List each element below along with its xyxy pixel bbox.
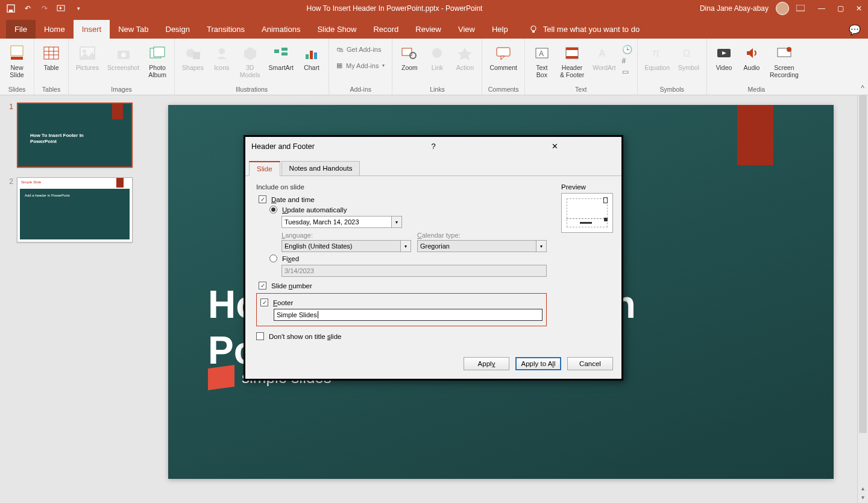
svg-rect-1	[9, 10, 13, 12]
date-format-combo[interactable]: Tuesday, March 14, 2023 ▾	[281, 216, 402, 228]
footer-checkbox[interactable]: ✓	[260, 299, 268, 306]
header-footer-icon	[562, 43, 582, 63]
cancel-button[interactable]: Cancel	[567, 357, 613, 370]
prev-slide-icon[interactable]: ▴	[861, 485, 864, 492]
save-icon[interactable]	[6, 4, 16, 13]
slide-thumbnail-1[interactable]: How To Insert Footer InPowerPoint	[17, 103, 133, 168]
svg-point-14	[83, 49, 86, 53]
text-box-button[interactable]: AText Box	[529, 42, 555, 80]
maximize-icon[interactable]: ▢	[837, 4, 844, 13]
equation-button[interactable]: πEquation	[641, 42, 673, 73]
dialog-titlebar[interactable]: Header and Footer ? ✕	[245, 137, 621, 156]
language-combo[interactable]: English (United States)▾	[281, 240, 411, 252]
dialog-tab-notes[interactable]: Notes and Handouts	[281, 161, 360, 176]
tab-file[interactable]: File	[6, 20, 36, 39]
bookmark-icon	[116, 178, 124, 188]
tab-review[interactable]: Review	[407, 20, 450, 39]
wordart-button[interactable]: AWordArt	[589, 42, 619, 73]
svg-rect-7	[11, 57, 23, 60]
date-time-checkbox[interactable]: ✓	[259, 195, 266, 203]
action-button[interactable]: Action	[451, 42, 478, 73]
zoom-icon	[400, 43, 419, 63]
share-icon[interactable]: 💬	[849, 24, 861, 36]
fixed-radio[interactable]	[269, 255, 277, 262]
shapes-button[interactable]: Shapes	[178, 42, 207, 73]
symbol-button[interactable]: ΩSymbol	[675, 42, 703, 73]
bookmark-icon	[112, 104, 123, 119]
svg-rect-36	[566, 56, 578, 59]
icons-button[interactable]: Icons	[209, 42, 235, 73]
tab-design[interactable]: Design	[157, 20, 198, 39]
equation-icon: π	[647, 43, 667, 63]
date-time-small-icon[interactable]: 🕒	[622, 45, 632, 54]
update-auto-radio[interactable]	[269, 206, 277, 214]
apply-to-all-button[interactable]: Apply to All	[515, 357, 561, 370]
header-footer-button[interactable]: Header & Footer	[556, 42, 588, 80]
svg-rect-20	[193, 52, 200, 59]
dont-show-title-checkbox[interactable]	[256, 332, 264, 340]
table-button[interactable]: Table	[38, 42, 64, 73]
undo-icon[interactable]: ↶	[23, 4, 33, 13]
video-button[interactable]: Video	[711, 42, 737, 73]
smartart-icon	[271, 43, 291, 63]
help-icon[interactable]: ?	[373, 142, 494, 151]
text-box-icon: A	[532, 43, 552, 63]
group-label-comments: Comments	[485, 84, 522, 95]
dialog-tab-slide[interactable]: Slide	[249, 161, 280, 176]
tab-slide-show[interactable]: Slide Show	[309, 20, 365, 39]
screen-recording-button[interactable]: Screen Recording	[766, 42, 802, 80]
tab-insert[interactable]: Insert	[74, 20, 110, 39]
smartart-button[interactable]: SmartArt	[265, 42, 297, 73]
close-icon[interactable]: ✕	[856, 4, 862, 13]
zoom-button[interactable]: Zoom	[396, 42, 423, 73]
tab-home[interactable]: Home	[36, 20, 74, 39]
new-slide-button[interactable]: New Slide	[4, 42, 30, 80]
footer-text-input[interactable]: Simple Slides	[274, 309, 542, 321]
tab-help[interactable]: Help	[483, 20, 517, 39]
svg-rect-25	[306, 54, 309, 59]
scrollbar-thumb[interactable]	[859, 95, 867, 433]
object-small-icon[interactable]: ▭	[622, 68, 632, 76]
avatar[interactable]	[776, 2, 789, 15]
screenshot-button[interactable]: Screenshot	[104, 42, 143, 73]
audio-button[interactable]: Audio	[738, 42, 765, 73]
tell-me-search[interactable]: Tell me what you want to do	[523, 19, 646, 39]
store-icon: 🛍	[336, 46, 343, 53]
slide-thumbnail-panel[interactable]: 1 How To Insert Footer InPowerPoint 2 Si…	[0, 95, 145, 503]
comment-button[interactable]: Comment	[486, 42, 521, 73]
slide-number-small-icon[interactable]: #	[622, 57, 632, 65]
tab-transitions[interactable]: Transitions	[198, 20, 253, 39]
qat-more-icon[interactable]: ▾	[74, 4, 83, 13]
next-slide-icon[interactable]: ▾	[861, 494, 864, 501]
tab-animations[interactable]: Animations	[253, 20, 309, 39]
svg-text:π: π	[652, 47, 659, 59]
start-from-beginning-icon[interactable]	[57, 4, 66, 13]
tab-new-tab[interactable]: New Tab	[110, 20, 157, 39]
redo-icon[interactable]: ↷	[40, 4, 49, 13]
calendar-combo[interactable]: Gregorian▾	[417, 240, 547, 252]
slide-thumbnail-2[interactable]: Simple Slide Add a header in PowerPoint	[17, 177, 133, 242]
link-button[interactable]: Link	[424, 42, 450, 73]
screen-recording-icon	[775, 43, 794, 63]
svg-rect-35	[566, 48, 578, 50]
close-icon[interactable]: ✕	[494, 142, 615, 151]
collapse-ribbon-icon[interactable]: ^	[861, 84, 864, 92]
photo-album-button[interactable]: Photo Album	[144, 42, 171, 80]
tab-view[interactable]: View	[450, 20, 483, 39]
my-addins-button[interactable]: ▦My Add-ins ▾	[334, 60, 387, 71]
pictures-button[interactable]: Pictures	[72, 42, 102, 73]
chart-button[interactable]: Chart	[298, 42, 325, 73]
slide-number-checkbox[interactable]: ✓	[259, 282, 266, 289]
apply-button[interactable]: Apply	[464, 357, 509, 370]
include-on-slide-label: Include on slide	[256, 183, 547, 191]
tab-record[interactable]: Record	[365, 20, 407, 39]
3d-models-button[interactable]: 3D Models	[236, 42, 264, 80]
minimize-icon[interactable]: —	[818, 4, 825, 13]
language-label: Language:	[281, 232, 411, 239]
display-options-icon[interactable]	[796, 5, 805, 12]
svg-rect-22	[274, 49, 279, 53]
get-addins-button[interactable]: 🛍Get Add-ins	[334, 45, 387, 54]
user-name[interactable]: Dina Jane Abay-abay	[700, 4, 769, 13]
group-label-symbols: Symbols	[640, 84, 704, 95]
vertical-scrollbar[interactable]: ▴ ▾	[857, 95, 868, 503]
